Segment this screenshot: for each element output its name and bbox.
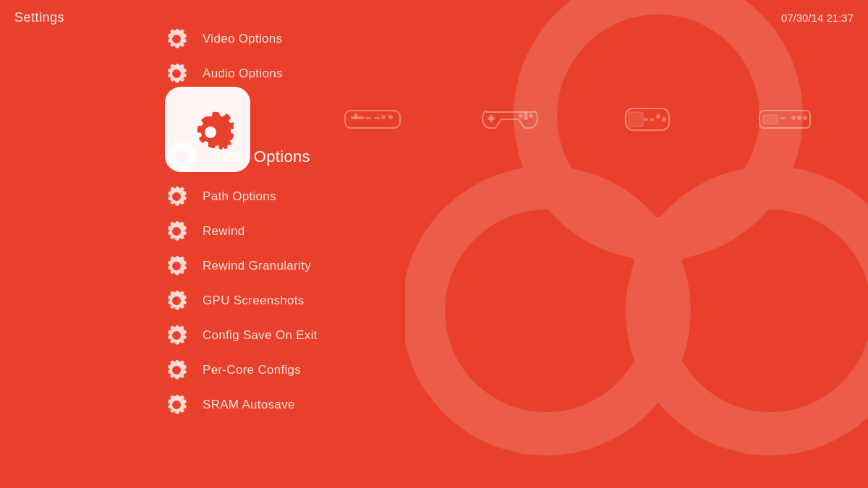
gear-icon-gpu bbox=[166, 291, 187, 311]
controller-icon-nes[interactable] bbox=[344, 105, 401, 137]
menu-item-config-save[interactable]: Config Save On Exit bbox=[166, 318, 318, 353]
rewind-granularity-label: Rewind Granularity bbox=[203, 259, 311, 273]
menu-item-video-options[interactable]: Video Options bbox=[166, 22, 318, 56]
controller-icon-gba[interactable] bbox=[618, 105, 676, 137]
menu-item-rewind[interactable]: Rewind bbox=[166, 214, 318, 249]
svg-rect-8 bbox=[365, 117, 371, 119]
svg-rect-5 bbox=[354, 114, 357, 119]
gear-icon-rewind bbox=[166, 221, 187, 241]
svg-point-11 bbox=[524, 111, 528, 116]
gear-icon-sram bbox=[166, 395, 187, 415]
svg-rect-21 bbox=[650, 118, 654, 121]
controller-icons-row bbox=[304, 105, 854, 137]
menu-item-audio-options[interactable]: Audio Options bbox=[166, 56, 318, 91]
controller-icon-genesis[interactable] bbox=[756, 105, 814, 137]
audio-options-label: Audio Options bbox=[203, 67, 283, 81]
input-options-label: Input Options bbox=[213, 147, 310, 166]
menu-item-path-options[interactable]: Path Options bbox=[166, 179, 318, 214]
svg-point-2 bbox=[647, 188, 868, 434]
background-decoration bbox=[405, 0, 868, 463]
svg-rect-7 bbox=[388, 115, 393, 119]
gear-icon-config bbox=[166, 325, 187, 346]
svg-point-19 bbox=[662, 117, 666, 121]
menu-item-per-core-configs[interactable]: Per-Core Configs bbox=[166, 353, 318, 388]
svg-rect-15 bbox=[488, 117, 495, 120]
svg-point-25 bbox=[797, 116, 801, 120]
video-options-label: Video Options bbox=[203, 32, 282, 46]
svg-point-24 bbox=[791, 116, 796, 120]
menu-item-rewind-granularity[interactable]: Rewind Granularity bbox=[166, 249, 318, 283]
svg-point-12 bbox=[524, 116, 528, 120]
controller-icon-snes[interactable] bbox=[481, 105, 539, 137]
svg-rect-20 bbox=[644, 118, 648, 121]
config-save-label: Config Save On Exit bbox=[203, 328, 318, 343]
svg-rect-23 bbox=[763, 115, 778, 124]
menu-item-input-options[interactable]: Input Options bbox=[166, 134, 318, 179]
gear-icon-per-core bbox=[166, 360, 187, 380]
svg-rect-6 bbox=[381, 115, 386, 119]
menu-item-sram-autosave[interactable]: SRAM Autosave bbox=[166, 388, 318, 422]
gear-icon-audio bbox=[166, 64, 187, 84]
gear-icon-video bbox=[166, 29, 187, 49]
header: Settings 07/30/14 21:37 bbox=[0, 0, 868, 35]
gear-icon-path bbox=[166, 187, 187, 207]
svg-point-13 bbox=[529, 114, 533, 118]
svg-point-26 bbox=[803, 116, 807, 120]
svg-rect-17 bbox=[629, 112, 643, 127]
svg-point-1 bbox=[423, 188, 669, 434]
gpu-screenshots-label: GPU Screenshots bbox=[203, 294, 305, 308]
rewind-label: Rewind bbox=[203, 224, 245, 239]
gear-icon-rewind-granularity bbox=[166, 256, 187, 276]
svg-rect-9 bbox=[374, 117, 380, 119]
page-title: Settings bbox=[14, 10, 64, 25]
per-core-configs-label: Per-Core Configs bbox=[203, 363, 301, 377]
menu-list: Video Options Audio Options Input Option… bbox=[166, 22, 318, 422]
sram-autosave-label: SRAM Autosave bbox=[203, 398, 295, 412]
path-options-label: Path Options bbox=[203, 189, 276, 204]
menu-item-gpu-screenshots[interactable]: GPU Screenshots bbox=[166, 283, 318, 318]
gear-icon-input bbox=[166, 142, 197, 172]
svg-point-10 bbox=[519, 114, 523, 118]
svg-rect-27 bbox=[780, 117, 786, 119]
svg-point-18 bbox=[656, 114, 660, 119]
datetime: 07/30/14 21:37 bbox=[781, 12, 854, 24]
